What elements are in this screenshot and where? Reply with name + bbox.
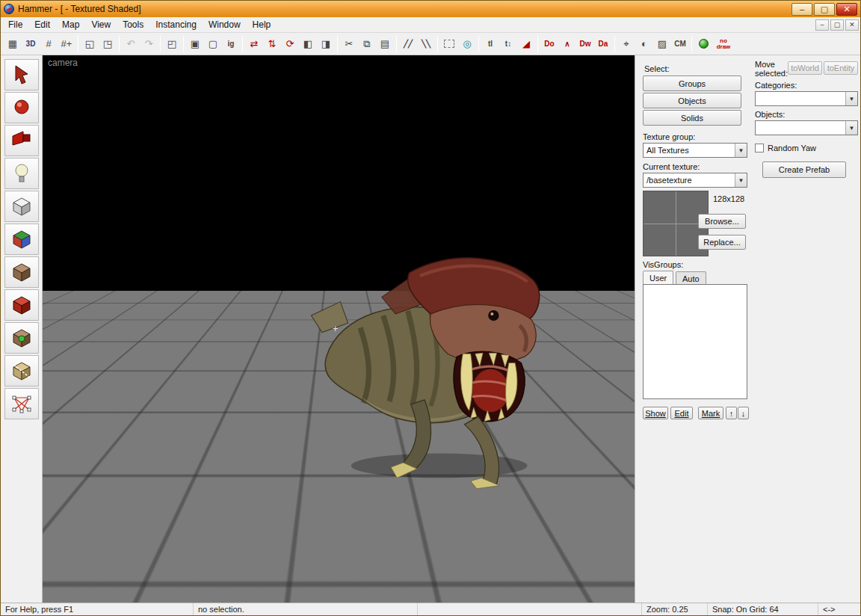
run-map-icon[interactable] xyxy=(694,35,712,53)
overlay-tool-button[interactable] xyxy=(4,322,39,354)
copy-icon[interactable]: ⧉ xyxy=(358,35,376,53)
toolbar-separator xyxy=(242,36,243,52)
flip-vertical-icon[interactable]: ⇅ xyxy=(263,35,281,53)
texture-group-select[interactable]: All Textures ▼ xyxy=(643,143,747,158)
visgroup-up-button[interactable]: ↑ xyxy=(726,407,737,419)
window-title: Hammer - [ - Textured Shaded] xyxy=(18,4,791,14)
tab-auto[interactable]: Auto xyxy=(676,271,706,285)
smaller-grid-icon[interactable]: # xyxy=(40,35,58,53)
save-window-state-icon[interactable]: ◳ xyxy=(99,35,117,53)
camera-tool-button[interactable] xyxy=(4,125,39,156)
status-zoom: Zoom: 0.25 xyxy=(642,603,708,615)
apply-current-texture-tool-button[interactable] xyxy=(4,256,39,288)
select-groups-button[interactable]: Groups xyxy=(643,76,741,91)
menu-item-window[interactable]: Window xyxy=(203,18,247,31)
viewport-3d[interactable]: camera + xyxy=(43,55,635,603)
create-prefab-button[interactable]: Create Prefab xyxy=(762,161,846,178)
redo-icon[interactable]: ↷ xyxy=(140,35,158,53)
menu-item-instancing[interactable]: Instancing xyxy=(149,18,203,31)
visgroup-show-button[interactable]: Show xyxy=(643,407,668,419)
categories-select[interactable]: ▼ xyxy=(755,91,858,106)
clipping-tool-button[interactable] xyxy=(4,355,39,386)
texture-application-tool-button[interactable] xyxy=(4,224,39,255)
texture-lock-small-icon[interactable]: tl xyxy=(481,35,499,53)
status-bar: For Help, press F1 no selection. Zoom: 0… xyxy=(1,603,860,615)
texture-view-toggle-icon[interactable]: ▨ xyxy=(653,35,671,53)
menu-item-help[interactable]: Help xyxy=(247,18,277,31)
menu-item-file[interactable]: File xyxy=(2,18,28,31)
menu-item-edit[interactable]: Edit xyxy=(28,18,56,31)
chevron-down-icon[interactable]: ▼ xyxy=(735,144,747,157)
entity-tool-button[interactable] xyxy=(4,158,39,189)
undo-icon[interactable]: ↶ xyxy=(122,35,140,53)
select-solids-button[interactable]: Solids xyxy=(643,110,741,126)
texture-scale-lock-icon[interactable]: ╲╲ xyxy=(417,35,435,53)
display-wireframe-icon[interactable]: ∧ xyxy=(558,35,576,53)
visgroup-edit-button[interactable]: Edit xyxy=(670,407,693,419)
pointfile-icon[interactable]: ⌖ xyxy=(617,35,635,53)
chevron-down-icon[interactable]: ▼ xyxy=(735,173,747,187)
show-hidden-icon[interactable]: ◨ xyxy=(317,35,335,53)
ungroup-icon[interactable]: ▢ xyxy=(204,35,222,53)
group-icon[interactable]: ▣ xyxy=(186,35,204,53)
select-objects-button[interactable]: Objects xyxy=(643,93,741,108)
cut-icon[interactable]: ✂ xyxy=(340,35,358,53)
carve-icon[interactable]: ◰ xyxy=(163,35,181,53)
replace-button[interactable]: Replace... xyxy=(698,235,746,250)
minimize-button[interactable]: – xyxy=(791,3,812,16)
menu-item-view[interactable]: View xyxy=(85,18,117,31)
close-button[interactable]: ✕ xyxy=(836,3,857,16)
title-bar[interactable]: Hammer - [ - Textured Shaded] – ▢ ✕ xyxy=(1,1,860,17)
ignore-groups-icon[interactable]: ig xyxy=(222,35,240,53)
flip-horizontal-icon[interactable]: ⇄ xyxy=(245,35,263,53)
mdi-close-button[interactable]: ✕ xyxy=(845,19,859,31)
objects-select[interactable]: ▼ xyxy=(755,120,858,135)
random-yaw-checkbox[interactable] xyxy=(755,144,764,153)
selection-tool-button[interactable] xyxy=(4,59,39,90)
toolbar-separator xyxy=(614,36,615,52)
rotate-90-icon[interactable]: ⟳ xyxy=(281,35,299,53)
magnify-tool-icon xyxy=(10,96,34,120)
display-dw-icon[interactable]: Dw xyxy=(576,35,594,53)
wedge-display-icon[interactable]: ◢ xyxy=(517,35,535,53)
mdi-restore-button[interactable]: ▢ xyxy=(830,19,844,31)
toolbar-separator xyxy=(537,36,538,52)
visgroup-down-button[interactable]: ↓ xyxy=(738,407,749,419)
larger-grid-icon[interactable]: #+ xyxy=(58,35,75,53)
block-tool-button[interactable] xyxy=(4,191,39,222)
magnify-tool-button[interactable] xyxy=(4,92,39,123)
hide-selected-icon[interactable]: ◧ xyxy=(299,35,317,53)
vertex-tool-button[interactable] xyxy=(4,388,39,419)
chevron-down-icon[interactable]: ▼ xyxy=(845,121,857,135)
top-bottom-view-icon[interactable]: t↕ xyxy=(499,35,517,53)
toggle-grid-icon[interactable]: ▦ xyxy=(4,35,22,53)
maximize-button[interactable]: ▢ xyxy=(814,3,835,16)
toggle-3d-grid-icon[interactable]: 3D xyxy=(22,35,40,53)
current-texture-select[interactable]: /basetexture ▼ xyxy=(643,173,747,188)
main-toolbar: ▦ 3D # #+ ◱ ◳ ↶ ↷ ◰ ▣ ▢ ig ⇄ ⇅ ⟳ ◧ ◨ ✂ ⧉… xyxy=(1,33,860,55)
to-entity-button[interactable]: toEntity xyxy=(824,61,858,75)
toolbar-separator xyxy=(160,36,161,52)
tab-user[interactable]: User xyxy=(643,271,673,284)
chevron-down-icon[interactable]: ▼ xyxy=(845,92,857,105)
menu-item-tools[interactable]: Tools xyxy=(117,18,149,31)
menu-item-map[interactable]: Map xyxy=(56,18,85,31)
paste-icon[interactable]: ▤ xyxy=(376,35,394,53)
visgroup-mark-button[interactable]: Mark xyxy=(698,407,723,419)
display-da-icon[interactable]: Da xyxy=(594,35,612,53)
cm-toggle-icon[interactable]: CM xyxy=(671,35,689,53)
display-do-icon[interactable]: Do xyxy=(540,35,558,53)
mdi-minimize-button[interactable]: – xyxy=(815,19,829,31)
overlay-tool-icon xyxy=(10,326,34,350)
browse-button[interactable]: Browse... xyxy=(698,214,746,229)
apply-decals-tool-button[interactable] xyxy=(4,289,39,321)
to-world-button[interactable]: toWorld xyxy=(788,61,822,75)
no-draw-icon[interactable]: no draw xyxy=(712,35,735,53)
visgroups-list[interactable] xyxy=(643,284,747,399)
sphere-view-icon[interactable]: ◐ xyxy=(635,35,653,53)
magnify-to-selection-icon[interactable]: ◎ xyxy=(458,35,476,53)
load-window-state-icon[interactable]: ◱ xyxy=(81,35,99,53)
texture-lock-icon[interactable]: ╱╱ xyxy=(399,35,417,53)
visgroups-label: VisGroups: xyxy=(643,260,683,269)
select-touching-icon[interactable] xyxy=(440,35,458,53)
